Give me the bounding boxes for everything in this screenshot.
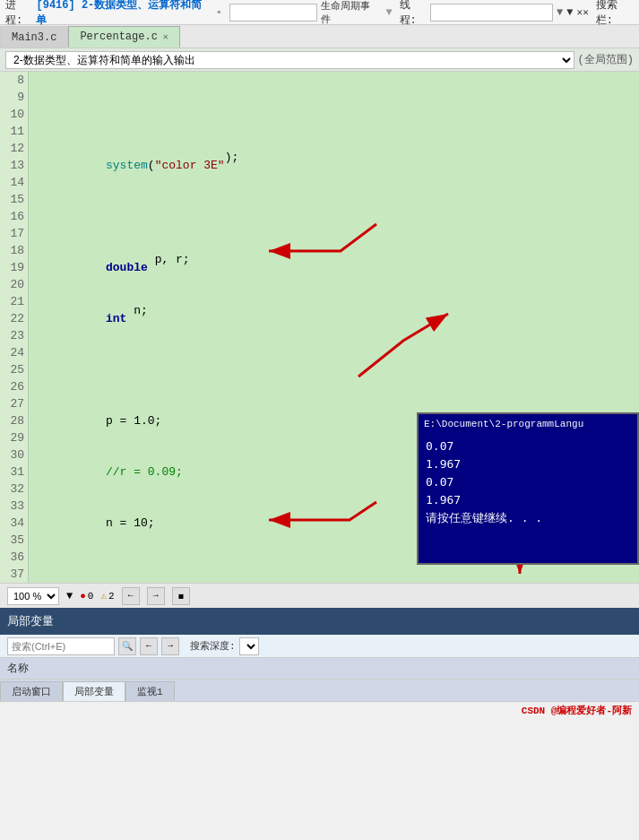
toolbar-thread-dropdown[interactable] (430, 4, 553, 22)
ln-28: 28 (0, 412, 24, 429)
editor-area: 8 9 10 11 12 13 14 15 16 17 18 19 20 21 … (0, 72, 639, 583)
ln-11: 11 (0, 123, 24, 140)
ln-13: 13 (0, 157, 24, 174)
ln-18: 18 (0, 242, 24, 259)
status-bar: 100 % ▼ ● 0 ⚠ 2 ← → ◼ (0, 583, 639, 608)
ln-15: 15 (0, 191, 24, 208)
ln-8: 8 (0, 72, 24, 89)
locals-search-button[interactable]: 🔍 (118, 637, 136, 655)
ln-25: 25 (0, 361, 24, 378)
ln-9: 9 (0, 89, 24, 106)
depth-label: 搜索深度: (190, 639, 236, 653)
locals-search-container: 🔍 ← → 搜索深度: (7, 637, 259, 655)
scope-bar: 2-数据类型、运算符和简单的输入输出 (全局范围) (0, 48, 639, 72)
locals-search-bar: 🔍 ← → 搜索深度: (0, 635, 639, 658)
code-line-12: int n; (36, 310, 639, 327)
scope-dropdown[interactable]: 2-数据类型、运算符和简单的输入输出 (5, 51, 574, 69)
filter-icon: ▼ (557, 6, 563, 19)
toolbar-progress-label: 进程: (5, 0, 32, 28)
ln-35: 35 (0, 532, 24, 549)
code-line-13 (36, 361, 639, 378)
error-icon: ● (80, 591, 86, 602)
toolbar-event-label-text: 生命周期事件 (321, 0, 378, 26)
ln-33: 33 (0, 498, 24, 515)
ln-27: 27 (0, 395, 24, 412)
ln-12: 12 (0, 140, 24, 157)
ln-14: 14 (0, 174, 24, 191)
ln-20: 20 (0, 276, 24, 293)
console-line-1: 0.07 (426, 437, 630, 455)
nav-stop-btn[interactable]: ◼ (172, 587, 190, 605)
locals-nav-forward[interactable]: → (161, 637, 179, 655)
console-titlebar: E:\Document\2-programmLangu (419, 414, 637, 434)
ln-19: 19 (0, 259, 24, 276)
nav-back-btn[interactable]: ← (122, 587, 140, 605)
tab-main3c[interactable]: Main3.c (0, 26, 68, 48)
tab-percentagec[interactable]: Percentage.c ✕ (68, 26, 179, 48)
ln-36: 36 (0, 549, 24, 566)
bottom-panel-header: 局部变量 (0, 608, 639, 635)
code-line-11: double p, r; (36, 259, 639, 276)
search-icon: 🔍 (122, 641, 133, 652)
locals-table-header: 名称 (0, 658, 639, 680)
warning-count: ⚠ 2 (100, 590, 114, 602)
ln-23: 23 (0, 327, 24, 344)
console-title: E:\Document\2-programmLangu (424, 419, 583, 429)
console-line-6: 请按任意键继续. . . (426, 509, 630, 527)
ln-29: 29 (0, 429, 24, 446)
bottom-tab-locals[interactable]: 局部变量 (63, 681, 125, 701)
toolbar-event-dropdown[interactable] (229, 4, 317, 22)
toolbar-sep1: ▪ (216, 6, 222, 19)
locals-search-input[interactable] (7, 637, 115, 655)
code-line-10 (36, 208, 639, 225)
ln-16: 16 (0, 208, 24, 225)
ln-34: 34 (0, 515, 24, 532)
depth-dropdown[interactable] (239, 637, 259, 655)
ln-17: 17 (0, 225, 24, 242)
ln-21: 21 (0, 293, 24, 310)
line-numbers: 8 9 10 11 12 13 14 15 16 17 18 19 20 21 … (0, 72, 29, 583)
toolbar-thread-label: 线程: (400, 0, 427, 28)
console-line-5: 1.967 (426, 491, 630, 509)
code-line-17 (36, 566, 639, 583)
bottom-tabs: 启动窗口 局部变量 监视1 (0, 680, 639, 701)
toolbar-sep2: ▼ (385, 6, 392, 19)
ln-37: 37 (0, 566, 24, 583)
zoom-select[interactable]: 100 % (7, 587, 59, 605)
locals-nav-back[interactable]: ← (140, 637, 158, 655)
console-line-2: 1.967 (426, 455, 630, 473)
toolbar-search-label: 搜索栏: (596, 0, 634, 28)
ln-31: 31 (0, 463, 24, 481)
ln-30: 30 (0, 446, 24, 463)
toolbar-process-id: [9416] 2-数据类型、运算符和简单 (36, 0, 208, 28)
col-name-header: 名称 (0, 661, 179, 676)
code-line-9: system("color 3E"); (36, 157, 639, 174)
tab-bar: Main3.c Percentage.c ✕ (0, 25, 639, 48)
watermark: CSDN @编程爱好者-阿新 (522, 704, 632, 717)
ln-24: 24 (0, 344, 24, 361)
bottom-tab-watch1[interactable]: 监视1 (125, 681, 175, 701)
warning-icon: ⚠ (100, 590, 107, 602)
ln-22: 22 (0, 310, 24, 327)
xx-icon: ✕✕ (577, 6, 589, 18)
console-window: E:\Document\2-programmLangu 0.07 1.967 0… (417, 412, 639, 565)
tab-close-icon[interactable]: ✕ (163, 31, 168, 42)
toolbar: 进程: [9416] 2-数据类型、运算符和简单 ▪ 生命周期事件 ▼ 线程: … (0, 0, 639, 25)
bottom-tab-startup[interactable]: 启动窗口 (0, 681, 63, 701)
error-count: ● 0 (80, 591, 93, 602)
code-line-8 (36, 106, 639, 123)
nav-forward-btn[interactable]: → (147, 587, 165, 605)
ln-10: 10 (0, 106, 24, 123)
ln-32: 32 (0, 481, 24, 498)
filter-icon2: ▼ (566, 6, 573, 19)
scope-label: (全局范围) (578, 52, 634, 67)
console-body: 0.07 1.967 0.07 1.967 请按任意键继续. . . (419, 434, 637, 531)
bottom-panel-title: 局部变量 (7, 613, 54, 629)
ln-26: 26 (0, 378, 24, 395)
console-line-4: 0.07 (426, 473, 630, 491)
zoom-dropdown-icon: ▼ (66, 590, 73, 602)
